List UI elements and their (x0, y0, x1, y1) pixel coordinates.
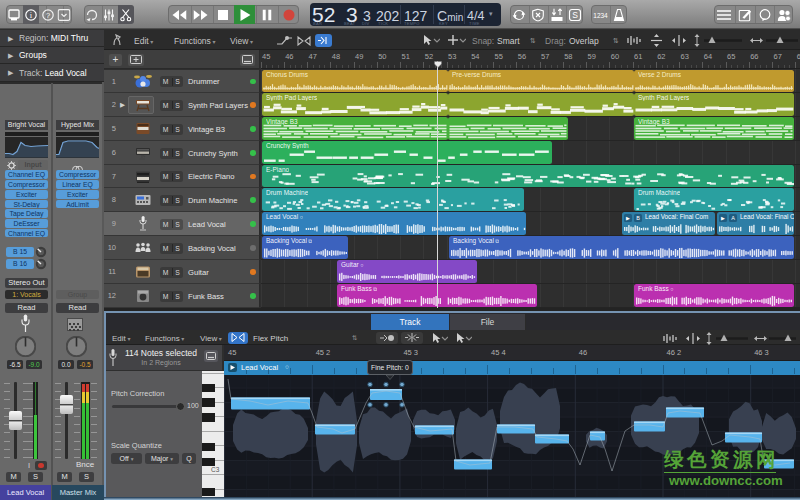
svg-text:i: i (30, 10, 33, 20)
svg-text:S: S (572, 10, 578, 20)
svg-text:?: ? (45, 10, 50, 19)
